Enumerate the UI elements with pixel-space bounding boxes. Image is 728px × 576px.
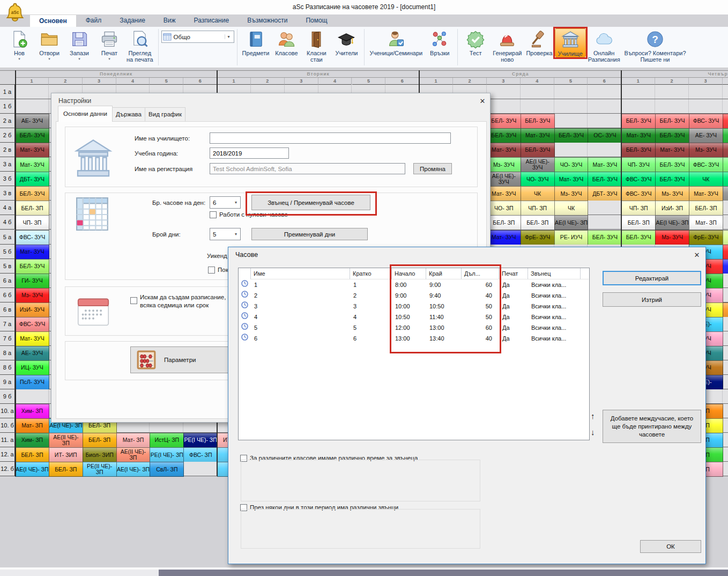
timetable-cell[interactable]: ФрЕ- ЗУЧ [521, 230, 555, 245]
timetable-cell[interactable]: Мат- ЗУЧ [621, 128, 656, 143]
hours-cell[interactable]: 3 [350, 301, 391, 312]
timetable-cell[interactable]: БЕЛ- ЗП [521, 215, 555, 230]
timetable-cell[interactable]: ДБТ- ЗУЧ [15, 172, 49, 187]
ribbon-tab-Основен[interactable]: Основен [29, 14, 77, 27]
timetable-cell[interactable]: БЕЛ- ЗУЧ [621, 230, 656, 245]
timetable-cell[interactable]: ГИ- ЗУЧ [15, 274, 49, 289]
timetable-cell[interactable]: Мат- ЗУЧ [588, 157, 622, 172]
hours-column-header[interactable]: Печат [499, 268, 528, 279]
ribbon-button-save[interactable]: Запази▾ [64, 28, 94, 61]
parameters-button[interactable]: Параметри [130, 346, 233, 373]
timetable-cell[interactable]: ФВС- ЗУЧ [621, 186, 656, 201]
ribbon-tab-Помощ[interactable]: Помощ [296, 14, 336, 27]
timetable-cell[interactable]: ЧО- ЗУЧ [554, 157, 589, 172]
timetable-cell[interactable]: Мат- ЗУЧ [655, 143, 689, 158]
timetable-cell[interactable]: РЕ- ИУЧ [554, 230, 589, 245]
timetable-cell[interactable]: Мат- ЗУЧ [15, 245, 49, 260]
timetable-cell[interactable]: Мз- ЗУЧ [655, 230, 689, 245]
hours-cell[interactable]: Да [499, 301, 528, 312]
timetable-cell[interactable]: РЕ(I ЧЕ)- ЗП [183, 433, 218, 448]
timetable-cell[interactable]: АЕ- ЗУЧ [15, 346, 49, 361]
timetable-cell[interactable]: АЕ(I ЧЕ)- ЗП [116, 462, 151, 477]
timetable-cell[interactable]: ФВС- ЗУЧ [689, 114, 723, 129]
ribbon-button-check[interactable]: Проверка [524, 28, 554, 56]
ok-button[interactable]: ОК [640, 540, 701, 553]
timetable-cell[interactable]: БЕЛ- ЗУЧ [15, 186, 49, 201]
timetable-cell[interactable]: БЕЛ- ЗУЧ [554, 128, 589, 143]
timetable-cell[interactable]: РЕ(II ЧЕ)- ЗП [83, 462, 117, 477]
hours-cell[interactable]: 8:00 [391, 279, 426, 290]
timetable-cell[interactable]: РЕ(I ЧЕ)- ЗП [150, 447, 184, 462]
timetable-cell[interactable] [723, 245, 728, 260]
view-combo[interactable]: Общо▾ [161, 31, 234, 43]
hours-column-header[interactable]: Име [250, 268, 350, 279]
timetable-cell[interactable]: ИстЦ- ЗП [150, 433, 184, 448]
zero-periods-checkbox[interactable] [210, 211, 217, 218]
hours-cell[interactable]: Всички кла... [528, 290, 580, 301]
timetable-cell[interactable]: ЧП- ЗУЧ [621, 157, 656, 172]
timetable-cell[interactable]: ЧП- ЗП [521, 201, 555, 216]
hours-cell[interactable]: 1 [350, 279, 391, 290]
timetable-cell[interactable] [723, 186, 728, 201]
hours-cell[interactable]: Да [499, 290, 528, 301]
timetable-cell[interactable]: БЕЛ- ЗУЧ [655, 157, 689, 172]
hours-cell[interactable]: 13:00 [426, 322, 461, 333]
ribbon-button-print[interactable]: Печат▾ [94, 28, 124, 61]
hours-cell[interactable]: 5 [350, 322, 391, 333]
hours-cell[interactable]: 5 [250, 322, 350, 333]
rename-days-button[interactable]: Преименувай дни [251, 228, 368, 240]
hours-cell[interactable]: 6 [350, 333, 391, 344]
hours-cell[interactable]: 50 [461, 312, 499, 322]
timetable-cell[interactable]: АЕ(I ЧЕ)- ЗУЧ [521, 157, 555, 172]
timetable-cell[interactable]: ФВС- ЗУЧ [15, 230, 49, 245]
timetable-cell[interactable]: ИТ- ЗИП [49, 447, 83, 462]
hours-cell[interactable]: 2 [250, 290, 350, 301]
periods-per-day-select[interactable]: 6 ▾ [210, 196, 241, 209]
hours-column-header[interactable]: Звънец [528, 268, 580, 279]
ribbon-button-new[interactable]: Нов▾ [4, 28, 34, 61]
app-bell-icon[interactable]: aSc [4, 1, 26, 26]
dropdown-arrow-icon[interactable]: ▾ [78, 57, 80, 61]
hours-cell[interactable]: 9:00 [426, 279, 461, 290]
timetable-cell[interactable]: БЕЛ- ЗП [15, 201, 49, 216]
timetable-cell[interactable]: БЕЛ- ЗУЧ [621, 114, 656, 129]
timetable-cell[interactable]: Мат- ЗП [15, 418, 49, 433]
timetable-cell[interactable]: БЕЛ- ЗУЧ [15, 128, 49, 143]
timetable-cell[interactable]: Биол- ЗИП [83, 447, 117, 462]
add-break-button[interactable]: Добавете междучасие, което ще бъде принт… [603, 410, 701, 443]
ribbon-button-subjects[interactable]: Предмети [240, 28, 272, 56]
hours-cell[interactable]: 4 [350, 312, 391, 322]
timetable-cell[interactable]: Мз- ЗУЧ [487, 157, 521, 172]
hours-cell[interactable]: 6 [250, 333, 350, 344]
timetable-cell[interactable]: БЕЛ- ЗП [487, 215, 521, 230]
ribbon-button-print-preview[interactable]: Прегледна печата [124, 28, 155, 63]
timetable-cell[interactable]: БЕЛ- ЗП [49, 462, 83, 477]
hours-cell[interactable]: Всички кла... [528, 279, 580, 290]
timetable-cell[interactable]: Мат- ЗУЧ [521, 128, 555, 143]
hours-column-header[interactable]: Кратко [350, 268, 391, 279]
timetable-cell[interactable]: АЕ(I ЧЕ)- ЗП [15, 462, 49, 477]
ribbon-button-school[interactable]: Училище [555, 28, 586, 57]
weekly-checkbox[interactable] [130, 297, 137, 304]
timetable-cell[interactable] [723, 172, 728, 187]
hours-cell[interactable]: Всички кла... [528, 333, 580, 344]
timetable-cell[interactable]: Хим- ЗП [15, 433, 49, 448]
hours-cell[interactable]: 3 [250, 301, 350, 312]
timetable-cell[interactable]: ФВС- ЗУЧ [15, 317, 49, 332]
ribbon-button-test[interactable]: Тест [460, 28, 491, 56]
ribbon-button-online-timetables[interactable]: ОнлайнРазписания [586, 28, 622, 63]
dropdown-arrow-icon[interactable]: ▾ [18, 57, 20, 61]
hours-cell[interactable]: 9:40 [426, 290, 461, 301]
timetable-cell[interactable]: БЕЛ- ЗУЧ [487, 114, 521, 129]
tab-country[interactable]: Държава [112, 107, 146, 122]
timetable-cell[interactable]: Мз- ЗУЧ [15, 288, 49, 303]
timetable-cell[interactable] [723, 302, 728, 317]
timetable-cell[interactable]: АЕ(I ЧЕ)- ЗП [554, 215, 589, 230]
ribbon-button-open[interactable]: Отвори▾ [34, 28, 64, 61]
ribbon-tab-Възможности[interactable]: Възможности [238, 14, 296, 27]
timetable-cell[interactable]: БЕЛ- ЗУЧ [521, 143, 555, 158]
hours-cell[interactable]: 4 [250, 312, 350, 322]
timetable-cell[interactable]: ПсЛ- ЗУЧ [15, 375, 49, 390]
hours-cell[interactable]: 50 [461, 301, 499, 312]
hours-cell[interactable]: Да [499, 312, 528, 322]
